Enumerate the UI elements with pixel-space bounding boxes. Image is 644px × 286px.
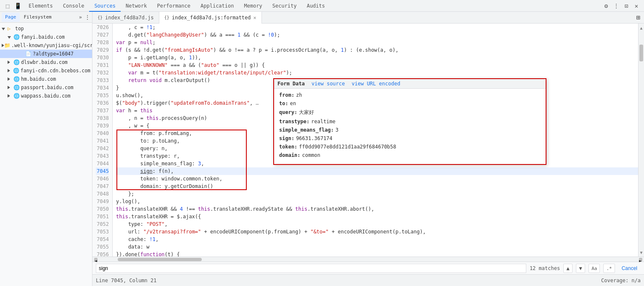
line-num-7034: 7034: [96, 84, 109, 92]
top-tabs: Elements Console Sources Network Perform…: [24, 0, 330, 12]
tree-arrow-passport: [8, 85, 13, 90]
folder-icon-fanyicdn: 🌐: [13, 68, 20, 74]
code-line-7029: if (s && !d.get("fromLangIsAuto") && o !…: [116, 46, 638, 54]
search-prev-btn[interactable]: ▲: [563, 264, 573, 273]
tab-icon-min: {}: [98, 15, 103, 20]
sidebar-tab-filesystem[interactable]: Filesystem: [21, 13, 55, 22]
code-line-7031: "LAN-UNKNOWN" === a && ("auto" === o || …: [116, 61, 638, 69]
scroll-down-btn[interactable]: ▼: [639, 248, 644, 257]
panel-split-icon[interactable]: ⊞: [634, 13, 642, 22]
tab-memory[interactable]: Memory: [239, 0, 267, 12]
tree-label-hm: hm.baidu.com: [21, 76, 56, 82]
horizontal-scrollbar[interactable]: ◄ ►: [92, 257, 644, 262]
form-data-view-source-link[interactable]: view source: [311, 81, 345, 87]
tab-sources[interactable]: Sources: [89, 0, 121, 12]
search-case-sensitive-btn[interactable]: Aa: [589, 264, 600, 273]
scroll-up-btn[interactable]: ▲: [639, 24, 644, 32]
more-icon[interactable]: ⋮: [612, 2, 620, 10]
line-num-7036: 7036: [96, 99, 109, 107]
code-line-7030: p = i.getLang(a, o, 1)),: [116, 54, 638, 61]
tree-label-dlswbr: dlswbr.baidu.com: [21, 59, 68, 65]
tree-item-wappass[interactable]: 🌐 wappass.baidu.com: [0, 92, 92, 100]
tree-item-aldtype[interactable]: 📄 ?aldtype=16047: [0, 50, 92, 58]
tab-security[interactable]: Security: [267, 0, 302, 12]
close-icon[interactable]: ✕: [632, 2, 641, 10]
line-num-7033: 7033: [96, 77, 109, 84]
h-scroll-left-btn[interactable]: ◄: [94, 258, 98, 261]
folder-icon-dlswbr: 🌐: [13, 59, 20, 65]
form-data-value-sign: 96631.367174: [296, 135, 333, 141]
tree-item-top[interactable]: ▷ top: [0, 24, 92, 33]
file-tab-fmt[interactable]: {} index_f4d8a7d.js:formatted ✕: [159, 12, 262, 24]
form-data-header: Form Data view source view URL encoded: [274, 79, 546, 89]
search-next-btn[interactable]: ▼: [576, 264, 585, 273]
tab-console[interactable]: Console: [58, 0, 90, 12]
form-data-view-encoded-link[interactable]: view URL encoded: [352, 81, 401, 87]
tree-label-wappass: wappass.baidu.com: [21, 93, 71, 99]
right-scrollbar[interactable]: ▲ ▼: [638, 24, 644, 257]
h-scroll-right-btn[interactable]: ►: [639, 258, 642, 261]
folder-icon-fanyi: 🌐: [13, 34, 20, 40]
file-tab-fmt-label: index_f4d8a7d.js:formatted: [172, 15, 251, 21]
file-tree: ▷ top 🌐 fanyi.baidu.com 📁 .well-known/yu…: [0, 23, 92, 286]
line-num-7044: 7044: [96, 160, 109, 167]
line-num-7055: 7055: [96, 243, 109, 251]
line-num-7032: 7032: [96, 69, 109, 77]
code-line-7053: url: "/v2transapi?from=" + encodeURIComp…: [116, 228, 638, 236]
sidebar-more-icon[interactable]: »: [79, 14, 82, 20]
line-num-7038: 7038: [96, 114, 109, 122]
code-line-7048: };: [116, 190, 638, 198]
tree-item-fanyi[interactable]: 🌐 fanyi.baidu.com: [0, 33, 92, 41]
settings-icon[interactable]: ⚙: [602, 2, 610, 10]
line-num-7047: 7047: [96, 183, 109, 190]
tab-elements[interactable]: Elements: [24, 0, 58, 12]
folder-icon-wappass: 🌐: [13, 93, 20, 99]
code-line-7047: domain: y.getCurDomain(): [116, 183, 638, 190]
tree-arrow-fanyicdn: [8, 69, 13, 73]
form-data-popup: Form Data view source view URL encoded f…: [273, 78, 546, 165]
sidebar-tab-page[interactable]: Page: [2, 13, 20, 22]
line-num-7056: 7056: [96, 251, 109, 257]
sidebar-toolbar: Page Filesystem » ⋮: [0, 12, 92, 23]
form-data-row-transtype: transtype: realtime: [279, 119, 541, 124]
search-regex-btn[interactable]: .*: [603, 264, 615, 273]
form-data-value-from: zh: [296, 92, 302, 98]
search-input[interactable]: [96, 264, 526, 273]
sidebar-menu-icon[interactable]: ⋮: [84, 14, 90, 21]
tree-item-dlswbr[interactable]: 🌐 dlswbr.baidu.com: [0, 58, 92, 66]
tab-audits[interactable]: Audits: [302, 0, 330, 12]
search-bar: 12 matches ▲ ▼ Aa .* Cancel: [92, 262, 644, 274]
code-line-7050: this.translateXHR && 4 !== this.translat…: [116, 205, 638, 213]
tab-application[interactable]: Application: [195, 0, 239, 12]
scroll-thumb[interactable]: [639, 45, 643, 61]
h-scroll-thumb[interactable]: [118, 258, 202, 261]
tree-item-wellknown[interactable]: 📁 .well-known/yunjiasu-cgi/script: [0, 41, 92, 50]
folder-icon-top: ▷: [8, 26, 14, 32]
line-num-7031: 7031: [96, 61, 109, 69]
form-data-key-domain: domain:: [279, 152, 301, 158]
file-tab-close-icon[interactable]: ✕: [253, 15, 256, 21]
form-data-value-token: ff0dd9077e8dd121d1aa29f684670b58: [299, 144, 396, 150]
code-line-7027: d.get("langChangedByUser") && a === 1 &&…: [116, 31, 638, 39]
file-tab-min[interactable]: {} index_f4d8a7d.js: [92, 12, 159, 24]
device-icon[interactable]: 📱: [13, 2, 22, 10]
line-num-7046: 7046: [96, 175, 109, 183]
file-icon-aldtype: 📄: [25, 51, 32, 57]
line-num-7026: 7026: [96, 24, 109, 31]
code-line-7049: y.log(),: [116, 198, 638, 205]
tab-network[interactable]: Network: [121, 0, 152, 12]
inspect-icon[interactable]: ⬚: [3, 2, 12, 10]
main-area: Page Filesystem » ⋮ ▷ top 🌐 fanyi.baidu.…: [0, 12, 644, 286]
tree-item-passport[interactable]: 🌐 passport.baidu.com: [0, 83, 92, 92]
tab-performance[interactable]: Performance: [152, 0, 195, 12]
line-num-7051: 7051: [96, 213, 109, 220]
folder-icon-hm: 🌐: [13, 76, 20, 82]
search-cancel-btn[interactable]: Cancel: [618, 264, 641, 273]
form-data-key-smf: simple_means_flag:: [279, 127, 334, 133]
form-data-row-query: query: 大家好: [279, 109, 541, 116]
tree-item-fanyicdn[interactable]: 🌐 fanyi-cdn.cdn.bcebos.com: [0, 66, 92, 75]
line-num-7048: 7048: [96, 190, 109, 198]
folder-icon-wellknown: 📁: [4, 42, 11, 48]
dock-icon[interactable]: ⊡: [622, 2, 631, 10]
tree-item-hm[interactable]: 🌐 hm.baidu.com: [0, 75, 92, 83]
